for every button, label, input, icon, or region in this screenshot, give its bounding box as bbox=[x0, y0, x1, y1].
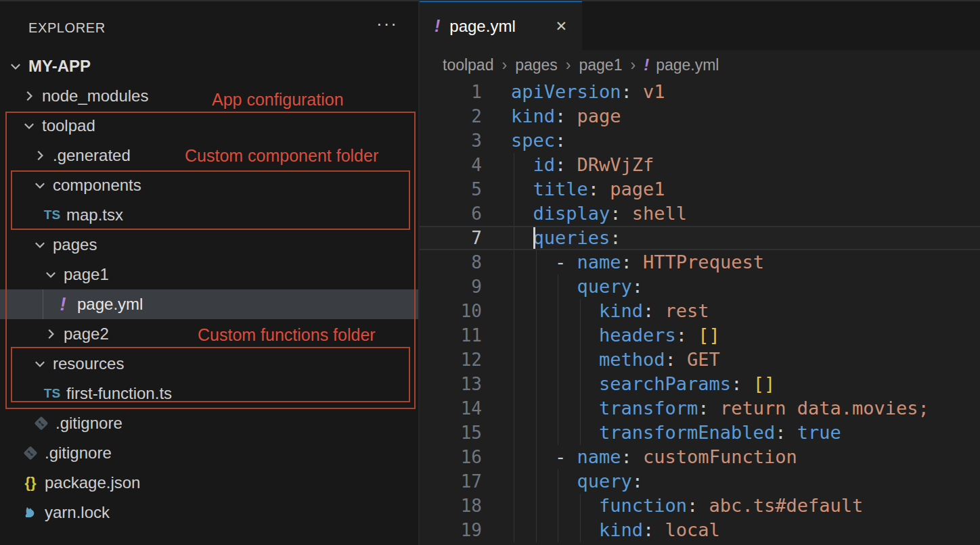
token-pun: : bbox=[610, 227, 621, 248]
tree-item-label: .gitignore bbox=[45, 444, 112, 463]
token-key: function bbox=[599, 495, 687, 516]
line-number: 15 bbox=[420, 421, 482, 445]
breadcrumb-item-toolpad[interactable]: toolpad bbox=[443, 56, 493, 74]
code-line-11: 11 headers: [] bbox=[420, 323, 980, 348]
indent-guide bbox=[558, 348, 558, 372]
tree-item-pages[interactable]: pages bbox=[0, 230, 418, 260]
line-number: 3 bbox=[420, 128, 482, 153]
tree-item-package-json[interactable]: {}package.json bbox=[0, 468, 418, 498]
indent-guide bbox=[580, 518, 581, 542]
indent-guide bbox=[536, 396, 537, 421]
yarn-icon bbox=[22, 504, 39, 521]
tree-item-label: .gitignore bbox=[55, 414, 122, 433]
tree-item-page1[interactable]: page1 bbox=[0, 260, 418, 289]
indent-guide bbox=[580, 323, 581, 348]
indent-guide bbox=[514, 299, 514, 323]
code-line-6: 6 display: shell bbox=[420, 202, 980, 226]
line-number: 16 bbox=[420, 445, 482, 469]
tree-item-label: yarn.lock bbox=[45, 503, 110, 522]
indent-guide bbox=[514, 177, 514, 202]
chevron-right-icon bbox=[43, 327, 58, 341]
token-val: HTTPrequest bbox=[643, 252, 764, 272]
token-val: shell bbox=[632, 203, 687, 224]
breadcrumb-label: page1 bbox=[579, 56, 622, 74]
indent-guide bbox=[558, 518, 558, 542]
code-line-1: 1apiVersion: v1 bbox=[420, 80, 980, 104]
indent-guide bbox=[514, 396, 514, 421]
token-val: GET bbox=[687, 349, 720, 370]
token-val: customFunction bbox=[643, 446, 797, 467]
breadcrumb-label: toolpad bbox=[443, 56, 493, 74]
tree-item-toolpad[interactable]: toolpad bbox=[0, 111, 418, 141]
breadcrumb-item-pages[interactable]: pages bbox=[515, 56, 558, 74]
token-key: query bbox=[577, 276, 632, 297]
token-val: return data.movies; bbox=[720, 398, 929, 419]
token-key: kind bbox=[599, 300, 643, 321]
tree-item-gitignore[interactable]: .gitignore bbox=[0, 438, 418, 468]
git-icon bbox=[32, 415, 50, 431]
code-line-2: 2kind: page bbox=[420, 104, 980, 128]
tab-page-yml[interactable]: ! page.yml ✕ bbox=[420, 0, 582, 50]
breadcrumb-item-page1[interactable]: page1 bbox=[579, 56, 622, 74]
warning-icon: ! bbox=[644, 55, 649, 74]
chevron-down-icon bbox=[32, 178, 47, 193]
token-pun: : bbox=[698, 398, 720, 419]
code-line-13: 13 searchParams: [] bbox=[420, 372, 980, 396]
tree-item-label: map.tsx bbox=[66, 206, 123, 224]
token-key: method bbox=[599, 349, 665, 370]
tree-item-resources[interactable]: resources bbox=[0, 349, 418, 379]
token-key: spec bbox=[511, 130, 555, 151]
tree-item-yarn-lock[interactable]: yarn.lock bbox=[0, 498, 418, 527]
code-line-9: 9 query: bbox=[420, 275, 980, 299]
breadcrumb-separator: › bbox=[502, 56, 507, 74]
tree-item-label: toolpad bbox=[42, 116, 95, 135]
code-area[interactable]: 1apiVersion: v12kind: page3spec:4 id: DR… bbox=[420, 80, 980, 545]
tree-item-components[interactable]: components bbox=[0, 170, 418, 200]
tree-item-first-function-ts[interactable]: TSfirst-function.ts bbox=[0, 379, 418, 408]
tree-item-generated[interactable]: .generated bbox=[0, 141, 418, 170]
token-key: transform bbox=[599, 398, 698, 419]
chevron-down-icon bbox=[43, 267, 58, 282]
line-number: 10 bbox=[420, 299, 482, 323]
text-cursor bbox=[533, 227, 535, 249]
editor-group: ! page.yml ✕ toolpad›pages›page1›!page.y… bbox=[420, 0, 980, 545]
tree-item-page-yml[interactable]: !page.yml bbox=[0, 289, 418, 319]
breadcrumb: toolpad›pages›page1›!page.yml bbox=[420, 50, 980, 80]
code-line-16: 16 - name: customFunction bbox=[420, 445, 980, 469]
indent-guide bbox=[558, 299, 558, 323]
line-number: 18 bbox=[420, 494, 482, 518]
indent-guide bbox=[536, 348, 537, 372]
more-actions-icon[interactable]: ··· bbox=[376, 14, 398, 34]
tree-root-my-app[interactable]: MY-APP bbox=[0, 51, 418, 81]
chevron-right-icon bbox=[22, 89, 37, 103]
indent-guide bbox=[580, 396, 581, 421]
indent-guide bbox=[558, 494, 558, 518]
indent-guide bbox=[536, 445, 537, 469]
line-number: 4 bbox=[420, 153, 482, 177]
token-pun: : bbox=[632, 471, 643, 492]
typescript-icon: TS bbox=[43, 208, 61, 222]
indent-guide bbox=[536, 275, 537, 299]
indent-guide bbox=[580, 372, 581, 396]
token-pun: : bbox=[665, 349, 688, 370]
indent-guide bbox=[558, 372, 558, 396]
line-number: 14 bbox=[420, 396, 482, 421]
git-icon bbox=[22, 445, 39, 461]
tree-item-label: node_modules bbox=[42, 87, 148, 105]
warning-icon: ! bbox=[54, 294, 72, 315]
indent-guide bbox=[514, 153, 514, 177]
close-icon[interactable]: ✕ bbox=[555, 18, 567, 34]
tree-item-label: page1 bbox=[64, 265, 109, 284]
token-pun: : bbox=[687, 495, 709, 516]
token-pun: : bbox=[555, 105, 577, 126]
tree-item-page2[interactable]: page2 bbox=[0, 319, 418, 349]
tree-item-map-tsx[interactable]: TSmap.tsx bbox=[0, 200, 418, 230]
indent-guide bbox=[558, 275, 558, 299]
tree-item-gitignore[interactable]: .gitignore bbox=[0, 408, 418, 438]
code-line-10: 10 kind: rest bbox=[420, 299, 980, 323]
breadcrumb-item-page-yml[interactable]: !page.yml bbox=[644, 55, 719, 74]
indent-guide bbox=[514, 348, 514, 372]
indent-guide bbox=[514, 518, 514, 542]
explorer-sidebar: EXPLORER ··· MY-APP node_modulestoolpad.… bbox=[0, 0, 420, 545]
tree-item-node-modules[interactable]: node_modules bbox=[0, 81, 418, 111]
